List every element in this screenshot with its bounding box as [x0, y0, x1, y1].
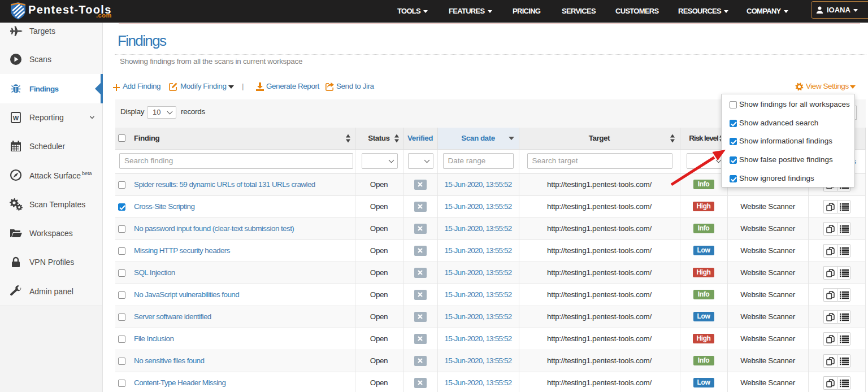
svg-text:W: W	[13, 115, 19, 121]
